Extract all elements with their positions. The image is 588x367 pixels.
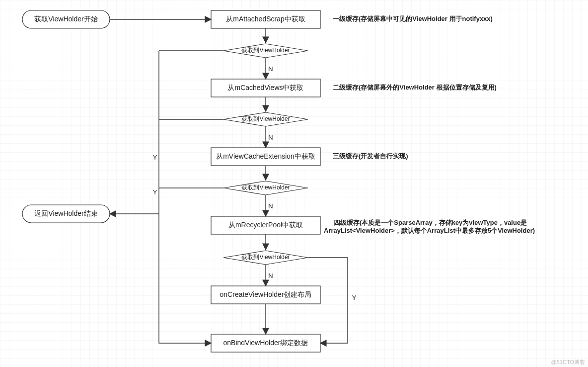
label-view-cache-ext: 从mViewCacheExtension中获取 <box>216 152 315 160</box>
node-recycler-pool: 从mRecyclerPool中获取 <box>211 216 320 234</box>
label-cached-views: 从mCachedViews中获取 <box>227 84 303 92</box>
label-decision-1: 获取到ViewHolder <box>241 47 290 54</box>
edge-label-d1-n: N <box>268 65 273 73</box>
node-on-create: onCreateViewHolder创建布局 <box>211 286 320 304</box>
label-decision-3: 获取到ViewHolder <box>241 184 290 191</box>
edge-label-d2-n: N <box>268 134 273 141</box>
node-view-cache-ext: 从mViewCacheExtension中获取 <box>211 148 320 166</box>
edge-label-d4-n: N <box>268 272 273 279</box>
note-level-1: 一级缓存(存储屏幕中可见的ViewHolder 用于notifyxxx) <box>333 15 493 22</box>
label-decision-4: 获取到ViewHolder <box>241 254 290 261</box>
edge-label-d3-n: N <box>268 202 273 210</box>
node-start: 获取ViewHolder开始 <box>22 10 110 28</box>
edge-label-d4-y: Y <box>352 294 357 301</box>
label-on-bind: onBindViewHolder绑定数据 <box>223 339 308 347</box>
svg-rect-1 <box>0 0 588 367</box>
label-attached-scrap: 从mAttachedScrap中获取 <box>226 15 305 23</box>
node-end: 返回ViewHolder结束 <box>22 205 110 223</box>
watermark: @51CTO博客 <box>551 359 585 365</box>
note-level-4a: 四级缓存(本质是一个SparseArray，存储key为viewType，val… <box>334 219 527 226</box>
node-on-bind: onBindViewHolder绑定数据 <box>211 334 320 352</box>
note-level-4b: ArrayList<ViewHolder>，默认每个ArrayList中最多存放… <box>324 227 535 234</box>
edge-label-y-1: Y <box>153 154 157 161</box>
node-cached-views: 从mCachedViews中获取 <box>211 79 320 97</box>
label-start: 获取ViewHolder开始 <box>34 15 97 23</box>
note-level-2: 二级缓存(存储屏幕外的ViewHolder 根据位置存储及复用) <box>333 84 497 91</box>
flowchart: 获取ViewHolder开始 返回ViewHolder结束 从mAttached… <box>0 0 588 367</box>
label-decision-2: 获取到ViewHolder <box>241 115 290 122</box>
label-end: 返回ViewHolder结束 <box>34 209 97 217</box>
label-recycler-pool: 从mRecyclerPool中获取 <box>228 221 303 229</box>
label-on-create: onCreateViewHolder创建布局 <box>220 290 312 298</box>
note-level-3: 三级缓存(开发者自行实现) <box>333 152 408 160</box>
edge-label-y-2: Y <box>153 188 157 196</box>
node-attached-scrap: 从mAttachedScrap中获取 <box>211 10 320 28</box>
